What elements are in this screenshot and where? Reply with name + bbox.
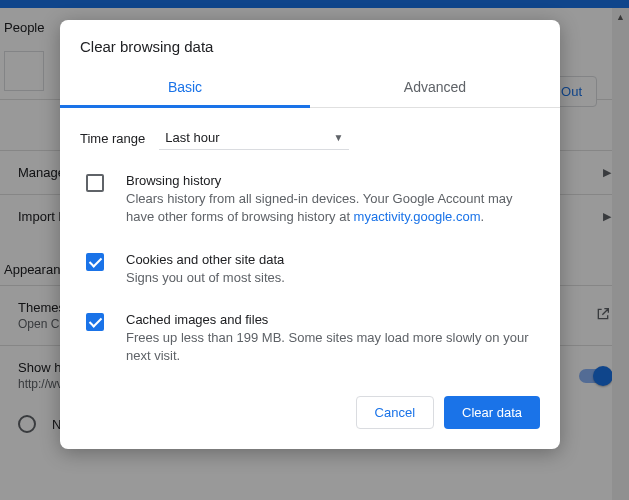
option-title: Cookies and other site data (126, 251, 540, 269)
checkbox-browsing-history[interactable] (86, 174, 104, 192)
dialog-title: Clear browsing data (60, 20, 560, 69)
clear-data-button[interactable]: Clear data (444, 396, 540, 429)
option-browsing-history: Browsing history Clears history from all… (60, 160, 560, 239)
dropdown-arrow-icon: ▼ (333, 132, 343, 143)
option-cookies: Cookies and other site data Signs you ou… (60, 239, 560, 299)
option-title: Cached images and files (126, 311, 540, 329)
time-range-row: Time range Last hour ▼ (60, 108, 560, 160)
myactivity-link[interactable]: myactivity.google.com (354, 209, 481, 224)
option-desc: Clears history from all signed-in device… (126, 191, 513, 224)
option-title: Browsing history (126, 172, 540, 190)
checkbox-cookies[interactable] (86, 253, 104, 271)
checkbox-cache[interactable] (86, 313, 104, 331)
dialog-tabs: Basic Advanced (60, 69, 560, 108)
time-range-value: Last hour (165, 130, 219, 145)
time-range-label: Time range (80, 131, 145, 146)
clear-browsing-data-dialog: Clear browsing data Basic Advanced Time … (60, 20, 560, 449)
option-desc: Frees up less than 199 MB. Some sites ma… (126, 329, 540, 365)
tab-basic[interactable]: Basic (60, 69, 310, 107)
option-cache: Cached images and files Frees up less th… (60, 299, 560, 378)
time-range-select[interactable]: Last hour ▼ (159, 126, 349, 150)
cancel-button[interactable]: Cancel (356, 396, 434, 429)
dialog-actions: Cancel Clear data (60, 378, 560, 433)
tab-advanced[interactable]: Advanced (310, 69, 560, 107)
option-desc: Signs you out of most sites. (126, 269, 540, 287)
